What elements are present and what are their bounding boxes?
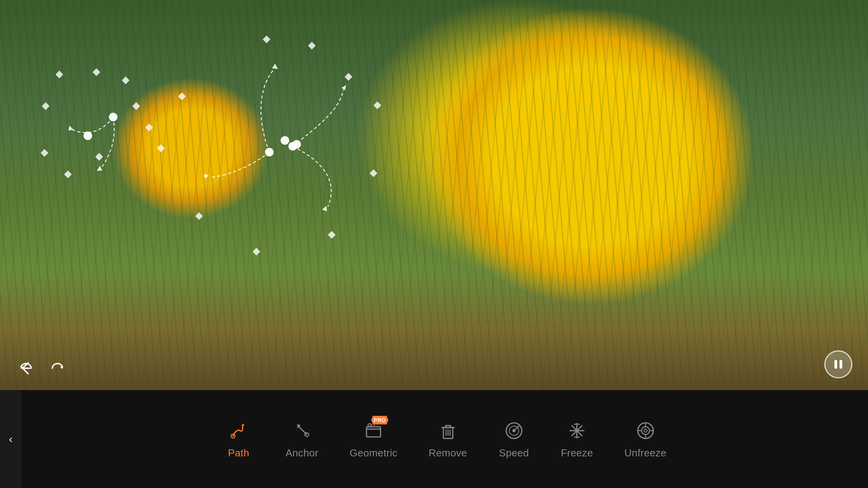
toolbar-tools: Path Anchor xyxy=(201,419,666,459)
forward-button[interactable] xyxy=(48,358,68,378)
anchor-label: Anchor xyxy=(285,447,318,459)
toolbar: ‹ Path xyxy=(0,390,868,488)
chevron-left-icon: ‹ xyxy=(9,433,12,445)
unfreeze-icon xyxy=(634,419,657,442)
svg-point-44 xyxy=(642,427,649,435)
unfreeze-label: Unfreeze xyxy=(624,447,667,459)
svg-rect-37 xyxy=(366,427,381,437)
grass-overlay xyxy=(0,0,868,390)
video-area xyxy=(0,0,868,390)
geometric-icon: PRO xyxy=(362,419,385,442)
sidebar-toggle[interactable]: ‹ xyxy=(0,390,21,488)
remove-icon xyxy=(436,419,460,442)
tool-remove[interactable]: Remove xyxy=(429,419,467,459)
tool-path[interactable]: Path xyxy=(223,419,254,459)
back-button[interactable] xyxy=(16,358,36,378)
remove-label: Remove xyxy=(429,447,467,459)
speed-icon xyxy=(502,419,526,442)
speed-label: Speed xyxy=(499,447,529,459)
geometric-label: Geometric xyxy=(350,447,398,459)
pause-button[interactable] xyxy=(824,350,852,378)
tool-geometric[interactable]: PRO Geometric xyxy=(350,419,398,459)
tool-freeze[interactable]: Freeze xyxy=(561,419,593,459)
anchor-icon xyxy=(290,419,314,442)
svg-point-38 xyxy=(368,424,371,427)
path-icon xyxy=(227,419,250,442)
svg-rect-33 xyxy=(834,360,837,369)
path-label: Path xyxy=(228,447,249,459)
svg-rect-34 xyxy=(840,360,842,369)
tool-unfreeze[interactable]: Unfreeze xyxy=(624,419,667,459)
navigation-arrows xyxy=(16,358,68,378)
freeze-label: Freeze xyxy=(561,447,593,459)
tool-anchor[interactable]: Anchor xyxy=(285,419,318,459)
freeze-icon xyxy=(565,419,589,442)
svg-point-45 xyxy=(644,429,647,432)
tool-speed[interactable]: Speed xyxy=(498,419,530,459)
pro-badge: PRO xyxy=(371,416,388,424)
